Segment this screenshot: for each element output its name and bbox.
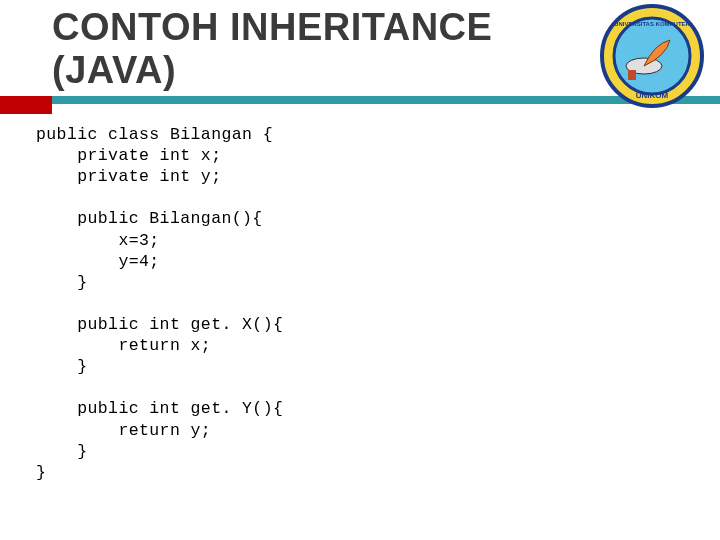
title-line-1: CONTOH INHERITANCE bbox=[52, 6, 612, 49]
title-line-2: (JAVA) bbox=[52, 49, 612, 92]
svg-text:UNIKOM: UNIKOM bbox=[636, 91, 669, 100]
underline-accent-red bbox=[0, 96, 52, 114]
slide: CONTOH INHERITANCE (JAVA) UNIVERSITAS KO… bbox=[0, 0, 720, 540]
university-logo-icon: UNIVERSITAS KOMPUTER UNIKOM bbox=[600, 4, 704, 108]
svg-rect-3 bbox=[628, 70, 636, 80]
slide-title: CONTOH INHERITANCE (JAVA) bbox=[52, 6, 612, 91]
code-block: public class Bilangan { private int x; p… bbox=[36, 124, 283, 483]
svg-text:UNIVERSITAS KOMPUTER: UNIVERSITAS KOMPUTER bbox=[614, 21, 691, 27]
